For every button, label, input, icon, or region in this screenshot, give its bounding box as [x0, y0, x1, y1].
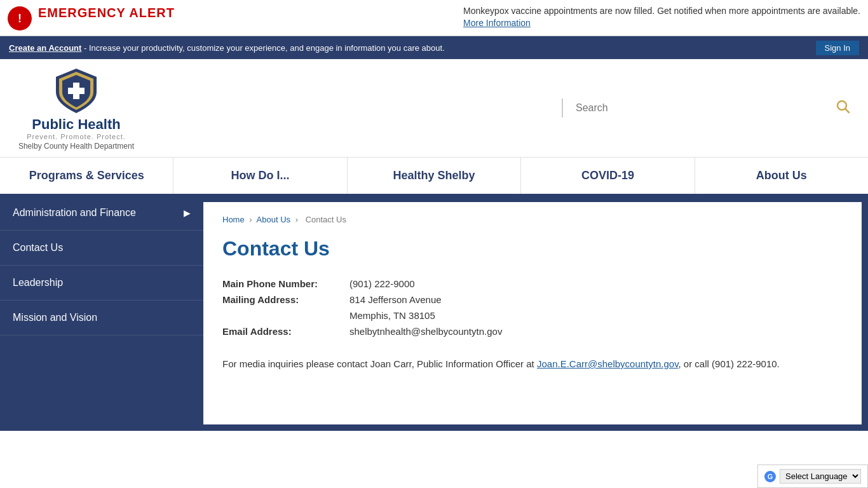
- breadcrumb-current: Contact Us: [306, 215, 346, 224]
- sidebar-item-label: Contact Us: [13, 242, 63, 254]
- language-select[interactable]: Select Language: [780, 469, 861, 484]
- svg-rect-2: [68, 88, 85, 94]
- sidebar-item-leadership[interactable]: Leadership: [0, 266, 203, 301]
- sidebar-item-label: Mission and Vision: [13, 312, 97, 323]
- logo-text-main: Public Health: [32, 116, 120, 133]
- media-inquiry-suffix: , or call (901) 222-9010.: [679, 358, 780, 369]
- logo-text-sub: Prevent. Promote. Protect.: [27, 133, 126, 140]
- breadcrumb: Home › About Us › Contact Us: [222, 215, 843, 224]
- media-inquiry-email[interactable]: Joan.E.Carr@shelbycountytn.gov: [537, 358, 679, 369]
- account-bar-desc: - Increase your productivity, customize …: [81, 43, 444, 53]
- sidebar: Administration and Finance▶Contact UsLea…: [0, 196, 203, 431]
- contact-value: (901) 222-9000: [349, 276, 502, 292]
- emergency-more-link[interactable]: More Information: [463, 18, 860, 28]
- google-icon: G: [764, 471, 776, 482]
- nav-item-about-us[interactable]: About Us: [695, 158, 868, 194]
- create-account-link[interactable]: Create an Account: [9, 43, 81, 53]
- sidebar-item-administration-and-finance[interactable]: Administration and Finance▶: [0, 196, 203, 231]
- emergency-message-wrap: Monkeypox vaccine appointments are now f…: [463, 5, 860, 28]
- page-title: Contact Us: [222, 237, 843, 261]
- table-row: Memphis, TN 38105: [222, 308, 502, 323]
- main-nav: Programs & ServicesHow Do I...Healthy Sh…: [0, 158, 868, 196]
- main-content: Home › About Us › Contact Us Contact Us …: [203, 202, 862, 424]
- svg-text:G: G: [768, 473, 773, 480]
- emergency-icon: !: [8, 6, 32, 30]
- account-bar: Create an Account - Increase your produc…: [0, 36, 868, 59]
- media-inquiry-prefix: For media inquiries please contact Joan …: [222, 358, 537, 369]
- table-row: Mailing Address:814 Jefferson Avenue: [222, 292, 502, 308]
- emergency-title: EMERGENCY ALERT: [38, 5, 175, 20]
- table-row: Main Phone Number:(901) 222-9000: [222, 276, 502, 292]
- breadcrumb-sep1: ›: [249, 215, 252, 224]
- search-input[interactable]: [576, 102, 830, 114]
- nav-item-healthy-shelby[interactable]: Healthy Shelby: [348, 158, 521, 194]
- sign-in-button[interactable]: Sign In: [816, 41, 859, 55]
- contact-value-city: Memphis, TN 38105: [349, 308, 502, 323]
- svg-text:!: !: [18, 12, 22, 25]
- header: Public Health Prevent. Promote. Protect.…: [0, 59, 868, 158]
- media-inquiry-text: For media inquiries please contact Joan …: [222, 357, 843, 372]
- breadcrumb-sep2: ›: [295, 215, 298, 224]
- contact-value: 814 Jefferson Avenue: [349, 292, 502, 308]
- emergency-alert-bar: ! EMERGENCY ALERT Monkeypox vaccine appo…: [0, 0, 868, 36]
- chevron-right-icon: ▶: [184, 208, 191, 218]
- contact-value: shelbytnhealth@shelbycountytn.gov: [349, 323, 502, 339]
- svg-line-4: [846, 109, 850, 113]
- sidebar-item-mission-and-vision[interactable]: Mission and Vision: [0, 301, 203, 336]
- contact-label: Main Phone Number:: [222, 276, 349, 292]
- logo-text-dept: Shelby County Health Department: [18, 142, 134, 151]
- logo-shield-icon: [51, 65, 102, 116]
- sidebar-item-label: Administration and Finance: [13, 207, 136, 219]
- search-icon: [835, 98, 850, 114]
- nav-item-programs-services[interactable]: Programs & Services: [0, 158, 173, 194]
- search-area: [562, 98, 855, 118]
- search-button[interactable]: [830, 98, 855, 118]
- account-bar-text: Create an Account - Increase your produc…: [9, 43, 816, 53]
- breadcrumb-about-us[interactable]: About Us: [257, 215, 290, 224]
- contact-table: Main Phone Number:(901) 222-9000Mailing …: [222, 276, 502, 339]
- nav-item-how-do-i[interactable]: How Do I...: [173, 158, 347, 194]
- sidebar-item-label: Leadership: [13, 277, 63, 288]
- table-row: Email Address:shelbytnhealth@shelbycount…: [222, 323, 502, 339]
- nav-item-covid-19[interactable]: COVID-19: [521, 158, 695, 194]
- logo-area: Public Health Prevent. Promote. Protect.…: [13, 65, 140, 151]
- breadcrumb-home[interactable]: Home: [222, 215, 245, 224]
- content-wrapper: Administration and Finance▶Contact UsLea…: [0, 196, 868, 431]
- emergency-message: Monkeypox vaccine appointments are now f…: [463, 5, 860, 18]
- sidebar-item-contact-us[interactable]: Contact Us: [0, 231, 203, 266]
- contact-label: Email Address:: [222, 323, 349, 339]
- translate-bar: G Select Language: [757, 464, 868, 488]
- contact-label: Mailing Address:: [222, 292, 349, 308]
